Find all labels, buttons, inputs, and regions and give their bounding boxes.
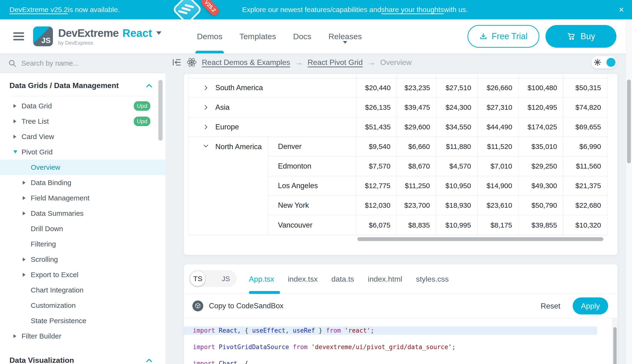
sidebar-item-export-to-excel[interactable]: Export to Excel bbox=[0, 267, 165, 282]
section-header-data-visualization[interactable]: Data Visualization bbox=[0, 348, 165, 364]
breadcrumb: React Demos & Examples → React Pivot Gri… bbox=[165, 53, 632, 71]
sidebar-item-tree-list[interactable]: Tree ListUpd bbox=[0, 114, 165, 129]
lang-ts[interactable]: TS bbox=[189, 270, 206, 287]
collapsed-arrow-icon bbox=[14, 135, 22, 138]
pivot-value-cell: $11,250 bbox=[396, 176, 436, 196]
pivot-city-rows: Denver$9,540$6,660$11,880$11,520$35,010$… bbox=[268, 137, 607, 235]
tab-index-tsx[interactable]: index.tsx bbox=[288, 275, 318, 284]
expand-chevron-icon[interactable] bbox=[202, 104, 209, 111]
section-header-data-grids[interactable]: Data Grids / Data Management bbox=[0, 73, 165, 96]
tab-app-tsx[interactable]: App.tsx bbox=[249, 275, 274, 284]
sidebar-item-data-grid[interactable]: Data GridUpd bbox=[0, 98, 165, 114]
search-input[interactable] bbox=[21, 59, 165, 67]
hamburger-menu-icon[interactable] bbox=[13, 30, 24, 42]
sidebar-item-filter-builder[interactable]: Filter Builder bbox=[0, 328, 165, 344]
sidebar-item-scrolling[interactable]: Scrolling bbox=[0, 252, 165, 267]
banner-close-icon[interactable]: × bbox=[619, 0, 624, 19]
content-shell: Data Grids / Data Management Data GridUp… bbox=[0, 53, 632, 364]
pivot-row-label-cell: Europe bbox=[189, 117, 356, 137]
sidebar-item-drill-down[interactable]: Drill Down bbox=[0, 221, 165, 236]
sidebar-item-filtering[interactable]: Filtering bbox=[0, 236, 165, 252]
tab-index-html[interactable]: index.html bbox=[368, 275, 402, 284]
share-thoughts-link[interactable]: share your thoughts bbox=[381, 6, 444, 14]
tab-data-ts[interactable]: data.ts bbox=[331, 275, 354, 284]
breadcrumb-pivot-grid-link[interactable]: React Pivot Grid bbox=[308, 58, 363, 67]
sidebar-search bbox=[0, 53, 165, 73]
pivot-horizontal-scrollbar[interactable] bbox=[357, 237, 603, 241]
download-icon bbox=[479, 32, 487, 40]
code-line bbox=[184, 335, 610, 343]
lang-js[interactable]: JS bbox=[222, 270, 230, 287]
announcement-link[interactable]: DevExtreme v25.2 bbox=[10, 6, 68, 14]
sidebar-item-pivot-grid[interactable]: Pivot Grid bbox=[0, 144, 165, 160]
pivot-value-cell: $8,175 bbox=[477, 215, 518, 235]
js-logo[interactable]: JS bbox=[33, 26, 53, 46]
tab-styles-css[interactable]: styles.css bbox=[416, 275, 449, 284]
pivot-value-cell: $11,560 bbox=[563, 156, 607, 176]
sidebar-scrollbar[interactable] bbox=[158, 80, 163, 141]
nav-item-demos[interactable]: Demos bbox=[197, 19, 223, 53]
version-badge: V25.2 bbox=[199, 0, 221, 17]
framework-caret-icon[interactable] bbox=[156, 32, 161, 35]
pivot-row-label: South America bbox=[215, 84, 263, 92]
sidebar-item-customization[interactable]: Customization bbox=[0, 298, 165, 313]
sidebar-item-state-persistence[interactable]: State Persistence bbox=[0, 313, 165, 328]
pivot-row-asia: Asia$26,135$39,475$24,300$27,310$120,495… bbox=[189, 98, 607, 117]
pivot-group-label: North America bbox=[215, 142, 262, 235]
code-editor[interactable]: import React, { useEffect, useRef } from… bbox=[184, 318, 610, 364]
reset-button[interactable]: Reset bbox=[541, 302, 560, 310]
pivot-value-cell: $29,250 bbox=[518, 156, 563, 176]
pivot-value-cell: $4,570 bbox=[436, 156, 477, 176]
copy-to-codesandbox-button[interactable]: Copy to CodeSandBox bbox=[192, 300, 283, 311]
pivot-row-los-angeles: Los Angeles$12,775$11,250$10,950$14,900$… bbox=[268, 176, 607, 196]
collapse-sidebar-icon[interactable] bbox=[172, 58, 181, 67]
pivot-value-cell: $23,700 bbox=[396, 196, 436, 215]
language-toggle[interactable]: TS JS bbox=[189, 270, 236, 287]
sidebar-item-data-summaries[interactable]: Data Summaries bbox=[0, 206, 165, 221]
cart-icon bbox=[567, 32, 576, 41]
code-line: import Chart, { bbox=[184, 360, 610, 364]
page-scrollbar-track bbox=[626, 19, 632, 364]
sidebar-item-label: Filter Builder bbox=[22, 332, 61, 340]
expand-chevron-icon[interactable] bbox=[202, 84, 209, 91]
sidebar-item-overview[interactable]: Overview bbox=[0, 160, 165, 175]
sidebar-item-label: Data Summaries bbox=[31, 210, 83, 218]
pivot-value-cell: $26,660 bbox=[477, 78, 519, 98]
nav-item-releases[interactable]: Releases bbox=[328, 19, 362, 53]
sidebar-item-chart-integration[interactable]: Chart Integration bbox=[0, 282, 165, 298]
nav-item-docs[interactable]: Docs bbox=[293, 19, 311, 53]
pivot-value-cell: $23,235 bbox=[397, 78, 436, 98]
active-nav-underline bbox=[195, 51, 224, 53]
sidebar-item-card-view[interactable]: Card View bbox=[0, 129, 165, 144]
free-trial-button[interactable]: Free Trial bbox=[468, 25, 539, 48]
header-actions: Free Trial Buy bbox=[468, 25, 616, 48]
sidebar-item-data-binding[interactable]: Data Binding bbox=[0, 175, 165, 190]
framework-name[interactable]: React bbox=[122, 27, 152, 40]
pivot-value-cell: $23,610 bbox=[477, 196, 518, 215]
byline: by DevExpress bbox=[58, 40, 161, 46]
updated-badge: Upd bbox=[134, 116, 150, 126]
sidebar-item-label: Scrolling bbox=[31, 256, 58, 264]
expand-chevron-icon[interactable] bbox=[202, 124, 209, 130]
product-logo[interactable]: DevExtreme React by DevExpress bbox=[58, 27, 161, 46]
pivot-value-cell bbox=[477, 74, 519, 78]
page-scrollbar[interactable] bbox=[627, 80, 631, 163]
pivot-group-label-cell: North America bbox=[189, 137, 268, 235]
pivot-group-north-america: North AmericaDenver$9,540$6,660$11,880$1… bbox=[189, 137, 607, 235]
pivot-value-cell: $11,880 bbox=[436, 137, 477, 156]
collapse-chevron-icon[interactable] bbox=[202, 142, 209, 235]
sidebar-item-field-management[interactable]: Field Management bbox=[0, 190, 165, 206]
pivot-value-cell: $39,855 bbox=[518, 215, 563, 235]
apply-button[interactable]: Apply bbox=[573, 298, 608, 314]
code-scrollbar[interactable] bbox=[613, 327, 617, 364]
pivot-value-cell: $34,550 bbox=[436, 117, 477, 137]
pivot-row-new-york: New York$12,030$23,700$18,930$23,610$50,… bbox=[268, 196, 607, 215]
breadcrumb-demos-link[interactable]: React Demos & Examples bbox=[202, 58, 290, 67]
pivot-value-cell: $21,375 bbox=[563, 176, 607, 196]
sidebar-item-label: Field Management bbox=[31, 194, 89, 202]
theme-toggle[interactable] bbox=[591, 56, 617, 68]
sidebar-item-label: Card View bbox=[22, 133, 54, 141]
nav-item-templates[interactable]: Templates bbox=[240, 19, 276, 53]
sidebar-list: Data GridUpdTree ListUpdCard ViewPivot G… bbox=[0, 98, 165, 344]
buy-button[interactable]: Buy bbox=[545, 25, 616, 48]
